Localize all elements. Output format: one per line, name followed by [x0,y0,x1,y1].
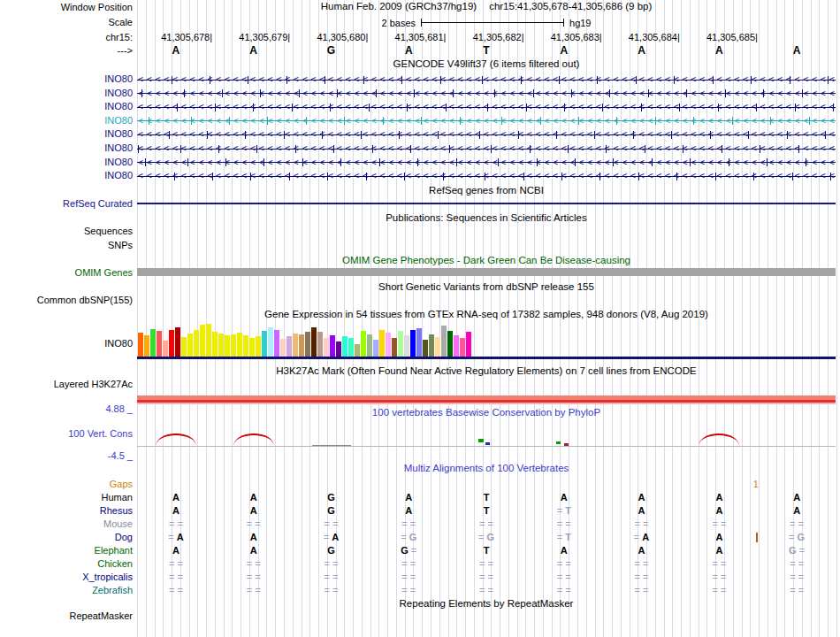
alignment-cell: A [137,544,215,557]
track-label-gencode-ino80-1[interactable]: INO80 [0,88,133,99]
alignment-row[interactable]: = == == == == == == == == = [137,584,836,597]
alignment-species-x_tropicalis[interactable]: X_tropicalis [0,572,133,583]
alignment-row[interactable] [137,478,836,491]
exon-tick [330,104,331,111]
track-label-gencode-ino80-0[interactable]: INO80 [0,73,133,85]
exon-tick [215,104,216,111]
gtex-bar [169,330,174,357]
exon-tick [760,145,760,153]
alignment-row[interactable]: = == == == == == == == == = [137,571,836,584]
exon-tick [263,158,264,166]
exon-tick [729,158,729,166]
track-label-sequences[interactable]: Sequences [0,226,133,237]
gencode-transcript-row[interactable]: <<<<<<<<<<<<<<<<<<<<<<<<<<<<<<<<<<<<<<<<… [137,73,836,87]
exon-tick [410,145,411,153]
strand-direction-label: ---> [0,45,133,57]
alignment-cell: G [293,544,370,557]
exon-tick [245,131,246,139]
alignment-row[interactable]: AAGAT= TAAA [137,504,836,518]
h3k27ac-signal-band[interactable] [137,403,836,404]
alignment-row[interactable]: AAGG =TAAAG = [137,544,836,557]
alignment-cell: A [215,491,293,504]
gtex-bar [404,335,409,357]
refseq-curated-gene-line[interactable] [137,203,836,204]
alignment-row[interactable]: AAGATAAAA [137,491,836,504]
alignment-cell: = = [447,571,525,584]
alignment-cell [370,478,447,491]
track-label-gencode-ino80-3[interactable]: INO80 [0,115,133,127]
alignment-species-rhesus[interactable]: Rhesus [0,505,133,517]
gencode-transcript-row[interactable]: <<<<<<<<<<<<<<<<<<<<<<<<<<<<<<<<<<<<<<<<… [137,156,836,170]
alignment-row[interactable]: = == == == == == == == == = [137,518,836,531]
exon-tick [683,145,683,153]
gtex-bar [392,338,397,357]
track-label-gencode-ino80-6[interactable]: INO80 [0,157,133,168]
track-label-common-dbsnp[interactable]: Common dbSNP(155) [0,295,133,306]
exon-tick [218,145,219,153]
exon-tick [376,89,377,97]
alignment-cell [447,478,525,491]
track-label-100-vert-cons[interactable]: 100 Vert. Cons [0,428,133,440]
gtex-bar [243,335,248,357]
gencode-transcript-row[interactable]: <<<<<<<<<<<<<<<<<<<<<<<<<<<<<<<<<<<<<<<<… [137,169,836,183]
gtex-bar [435,337,440,357]
gencode-transcript-row[interactable]: <<<<<<<<<<<<<<<<<<<<<<<<<<<<<<<<<<<<<<<<… [137,142,836,156]
alignment-cell: = G [447,531,525,544]
track-label-layered-h3k27ac[interactable]: Layered H3K27Ac [0,379,133,390]
alignment-cell: = T [525,531,603,544]
position-tick-empty [760,32,836,43]
track-label-repeatmasker[interactable]: RepeatMasker [0,610,133,622]
exon-tick [526,104,527,111]
alignment-cell: = T [525,504,603,518]
gencode-transcript-row[interactable]: <<<<<<<<<<<<<<<<<<<<<<<<<<<<<<<<<<<<<<<<… [137,87,836,101]
gencode-transcript-row[interactable]: <<<<<<<<<<<<<<<<<<<<<<<<<<<<<<<<<<<<<<<<… [137,100,836,114]
track-label-gencode-ino80-2[interactable]: INO80 [0,101,133,112]
exon-tick [302,158,303,166]
track-label-omim-genes[interactable]: OMIM Genes [0,267,133,279]
gtex-bar [293,334,298,357]
track-label-gencode-ino80-7[interactable]: INO80 [0,170,133,181]
gencode-transcript-row[interactable]: <<<<<<<<<<<<<<<<<<<<<<<<<<<<<<<<<<<<<<<<… [137,127,836,142]
exon-tick [751,76,752,84]
alignment-row[interactable]: = == == == == == == == == = [137,557,836,571]
track-label-gencode-ino80-5[interactable]: INO80 [0,142,133,154]
gtex-bar [317,332,323,357]
exon-tick [145,158,146,166]
alignment-species-dog[interactable]: Dog [0,532,133,543]
position-tick-label: 41,305,681| [370,32,448,43]
gtex-bar [138,333,143,357]
gtex-expression-chart[interactable] [137,322,836,357]
position-tick-label: 41,305,685| [683,32,760,43]
alignment-species-gaps[interactable]: Gaps [0,479,133,490]
exon-tick [344,117,345,125]
exon-tick [333,145,334,153]
exon-tick [564,104,565,111]
exon-tick [417,158,418,166]
track-label-refseq-curated[interactable]: RefSeq Curated [0,198,133,210]
track-label-snps[interactable]: SNPs [0,240,133,251]
alignment-cell: G [293,504,370,518]
genome-label: hg19 [569,18,591,28]
gtex-bar [299,334,304,357]
exon-tick [713,76,714,84]
reference-base: A [137,44,215,57]
exon-tick [571,89,572,97]
alignment-species-chicken[interactable]: Chicken [0,558,133,570]
alignment-cell: = = [758,571,836,584]
alignment-species-elephant[interactable]: Elephant [0,545,133,556]
reference-base: G [293,44,370,57]
alignment-species-mouse[interactable]: Mouse [0,518,133,530]
alignment-species-human[interactable]: Human [0,492,133,503]
omim-gene-bar[interactable] [137,268,836,276]
gtex-bar [187,334,193,357]
alignment-species-zebrafish[interactable]: Zebrafish [0,585,133,596]
track-label-gtex-ino80[interactable]: INO80 [0,338,133,349]
gtex-bar [342,336,347,357]
track-label-gencode-ino80-4[interactable]: INO80 [0,128,133,140]
scale-value: 2 bases [381,18,416,28]
alignment-cell [680,478,758,491]
gencode-transcript-row[interactable]: <<<<<<<<<<<<<<<<<<<<<<<<<<<<<<<<<<<<<<<<… [137,114,836,128]
position-tick-label: 41,305,679| [215,32,293,43]
alignment-row[interactable]: = AA= A= G= G= T= AA= G [137,531,836,544]
gtex-bar [212,332,218,357]
